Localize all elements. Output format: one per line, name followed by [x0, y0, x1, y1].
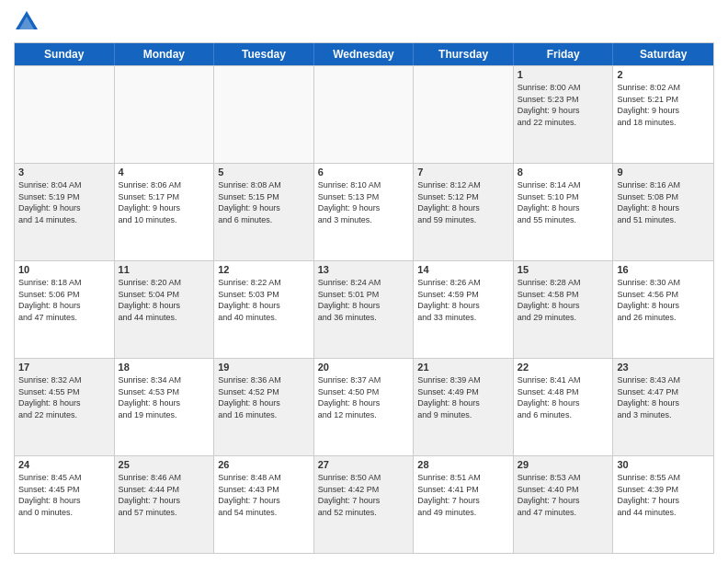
- calendar-cell: 1Sunrise: 8:00 AMSunset: 5:23 PMDaylight…: [514, 66, 614, 163]
- day-number: 13: [318, 264, 410, 275]
- calendar-cell: [314, 66, 415, 163]
- day-number: 7: [417, 167, 509, 178]
- day-number: 4: [119, 167, 210, 178]
- day-info: Sunrise: 8:22 AMSunset: 5:03 PMDaylight:…: [218, 277, 310, 323]
- day-number: 26: [218, 459, 310, 470]
- calendar-cell: 9Sunrise: 8:16 AMSunset: 5:08 PMDaylight…: [613, 164, 713, 260]
- calendar-cell: [214, 66, 314, 163]
- day-info: Sunrise: 8:50 AMSunset: 4:42 PMDaylight:…: [318, 472, 410, 518]
- day-info: Sunrise: 8:14 AMSunset: 5:10 PMDaylight:…: [518, 179, 609, 225]
- day-info: Sunrise: 8:02 AMSunset: 5:21 PMDaylight:…: [617, 82, 710, 128]
- calendar-cell: 20Sunrise: 8:37 AMSunset: 4:50 PMDayligh…: [314, 359, 415, 455]
- calendar-cell: 5Sunrise: 8:08 AMSunset: 5:15 PMDaylight…: [214, 164, 314, 260]
- calendar-cell: 10Sunrise: 8:18 AMSunset: 5:06 PMDayligh…: [15, 261, 115, 358]
- calendar-cell: 14Sunrise: 8:26 AMSunset: 4:59 PMDayligh…: [414, 261, 514, 358]
- day-info: Sunrise: 8:34 AMSunset: 4:53 PMDaylight:…: [119, 374, 210, 420]
- day-number: 25: [119, 459, 210, 470]
- calendar-header-thursday: Thursday: [414, 43, 514, 65]
- calendar-header-tuesday: Tuesday: [214, 43, 314, 65]
- calendar-row-1: 3Sunrise: 8:04 AMSunset: 5:19 PMDaylight…: [15, 163, 713, 260]
- calendar-cell: 8Sunrise: 8:14 AMSunset: 5:10 PMDaylight…: [514, 164, 614, 260]
- day-info: Sunrise: 8:26 AMSunset: 4:59 PMDaylight:…: [417, 277, 509, 323]
- day-number: 28: [417, 459, 509, 470]
- day-info: Sunrise: 8:16 AMSunset: 5:08 PMDaylight:…: [617, 179, 710, 225]
- day-number: 2: [617, 69, 710, 80]
- day-number: 14: [417, 264, 509, 275]
- day-info: Sunrise: 8:39 AMSunset: 4:49 PMDaylight:…: [417, 374, 509, 420]
- day-info: Sunrise: 8:51 AMSunset: 4:41 PMDaylight:…: [417, 472, 509, 518]
- calendar-header-monday: Monday: [115, 43, 215, 65]
- day-number: 23: [617, 362, 710, 373]
- calendar-cell: 13Sunrise: 8:24 AMSunset: 5:01 PMDayligh…: [314, 261, 415, 358]
- day-info: Sunrise: 8:30 AMSunset: 4:56 PMDaylight:…: [617, 277, 710, 323]
- calendar-cell: 27Sunrise: 8:50 AMSunset: 4:42 PMDayligh…: [314, 456, 415, 553]
- header: [14, 9, 714, 35]
- calendar-header-saturday: Saturday: [613, 43, 713, 65]
- calendar-header-sunday: Sunday: [15, 43, 115, 65]
- calendar-cell: 7Sunrise: 8:12 AMSunset: 5:12 PMDaylight…: [414, 164, 514, 260]
- day-info: Sunrise: 8:43 AMSunset: 4:47 PMDaylight:…: [617, 374, 710, 420]
- day-number: 15: [518, 264, 609, 275]
- calendar-cell: 29Sunrise: 8:53 AMSunset: 4:40 PMDayligh…: [514, 456, 614, 553]
- calendar-cell: 26Sunrise: 8:48 AMSunset: 4:43 PMDayligh…: [214, 456, 314, 553]
- day-number: 11: [119, 264, 210, 275]
- day-info: Sunrise: 8:00 AMSunset: 5:23 PMDaylight:…: [518, 82, 609, 128]
- calendar-cell: 16Sunrise: 8:30 AMSunset: 4:56 PMDayligh…: [613, 261, 713, 358]
- day-info: Sunrise: 8:36 AMSunset: 4:52 PMDaylight:…: [218, 374, 310, 420]
- day-number: 8: [518, 167, 609, 178]
- day-info: Sunrise: 8:28 AMSunset: 4:58 PMDaylight:…: [518, 277, 609, 323]
- day-number: 20: [318, 362, 410, 373]
- calendar-row-0: 1Sunrise: 8:00 AMSunset: 5:23 PMDaylight…: [15, 65, 713, 163]
- calendar-header-wednesday: Wednesday: [314, 43, 415, 65]
- calendar-cell: 22Sunrise: 8:41 AMSunset: 4:48 PMDayligh…: [514, 359, 614, 455]
- day-info: Sunrise: 8:55 AMSunset: 4:39 PMDaylight:…: [617, 472, 710, 518]
- day-info: Sunrise: 8:18 AMSunset: 5:06 PMDaylight:…: [18, 277, 110, 323]
- calendar-body: 1Sunrise: 8:00 AMSunset: 5:23 PMDaylight…: [15, 65, 713, 553]
- day-number: 30: [617, 459, 710, 470]
- calendar-cell: 3Sunrise: 8:04 AMSunset: 5:19 PMDaylight…: [15, 164, 115, 260]
- day-info: Sunrise: 8:53 AMSunset: 4:40 PMDaylight:…: [518, 472, 609, 518]
- day-number: 16: [617, 264, 710, 275]
- day-info: Sunrise: 8:32 AMSunset: 4:55 PMDaylight:…: [18, 374, 110, 420]
- day-number: 18: [119, 362, 210, 373]
- calendar-row-3: 17Sunrise: 8:32 AMSunset: 4:55 PMDayligh…: [15, 358, 713, 455]
- calendar-cell: 17Sunrise: 8:32 AMSunset: 4:55 PMDayligh…: [15, 359, 115, 455]
- calendar-cell: 24Sunrise: 8:45 AMSunset: 4:45 PMDayligh…: [15, 456, 115, 553]
- calendar-cell: 11Sunrise: 8:20 AMSunset: 5:04 PMDayligh…: [115, 261, 215, 358]
- day-info: Sunrise: 8:41 AMSunset: 4:48 PMDaylight:…: [518, 374, 609, 420]
- day-number: 5: [218, 167, 310, 178]
- logo: [14, 9, 43, 35]
- day-number: 22: [518, 362, 609, 373]
- calendar: SundayMondayTuesdayWednesdayThursdayFrid…: [14, 42, 714, 554]
- day-number: 1: [518, 69, 609, 80]
- calendar-header-row: SundayMondayTuesdayWednesdayThursdayFrid…: [15, 43, 713, 65]
- day-number: 27: [318, 459, 410, 470]
- day-number: 17: [18, 362, 110, 373]
- calendar-cell: [115, 66, 215, 163]
- day-info: Sunrise: 8:04 AMSunset: 5:19 PMDaylight:…: [18, 179, 110, 225]
- day-info: Sunrise: 8:10 AMSunset: 5:13 PMDaylight:…: [318, 179, 410, 225]
- day-number: 10: [18, 264, 110, 275]
- day-info: Sunrise: 8:46 AMSunset: 4:44 PMDaylight:…: [119, 472, 210, 518]
- day-number: 3: [18, 167, 110, 178]
- day-number: 6: [318, 167, 410, 178]
- calendar-cell: 21Sunrise: 8:39 AMSunset: 4:49 PMDayligh…: [414, 359, 514, 455]
- day-info: Sunrise: 8:37 AMSunset: 4:50 PMDaylight:…: [318, 374, 410, 420]
- calendar-cell: 19Sunrise: 8:36 AMSunset: 4:52 PMDayligh…: [214, 359, 314, 455]
- calendar-cell: 28Sunrise: 8:51 AMSunset: 4:41 PMDayligh…: [414, 456, 514, 553]
- calendar-cell: 25Sunrise: 8:46 AMSunset: 4:44 PMDayligh…: [115, 456, 215, 553]
- calendar-cell: 2Sunrise: 8:02 AMSunset: 5:21 PMDaylight…: [613, 66, 713, 163]
- calendar-cell: 4Sunrise: 8:06 AMSunset: 5:17 PMDaylight…: [115, 164, 215, 260]
- calendar-row-4: 24Sunrise: 8:45 AMSunset: 4:45 PMDayligh…: [15, 455, 713, 553]
- calendar-cell: 23Sunrise: 8:43 AMSunset: 4:47 PMDayligh…: [613, 359, 713, 455]
- calendar-row-2: 10Sunrise: 8:18 AMSunset: 5:06 PMDayligh…: [15, 260, 713, 358]
- calendar-cell: [414, 66, 514, 163]
- page: SundayMondayTuesdayWednesdayThursdayFrid…: [0, 0, 728, 563]
- calendar-cell: 6Sunrise: 8:10 AMSunset: 5:13 PMDaylight…: [314, 164, 415, 260]
- day-info: Sunrise: 8:48 AMSunset: 4:43 PMDaylight:…: [218, 472, 310, 518]
- logo-icon: [14, 9, 40, 35]
- day-info: Sunrise: 8:08 AMSunset: 5:15 PMDaylight:…: [218, 179, 310, 225]
- day-info: Sunrise: 8:20 AMSunset: 5:04 PMDaylight:…: [119, 277, 210, 323]
- calendar-cell: 18Sunrise: 8:34 AMSunset: 4:53 PMDayligh…: [115, 359, 215, 455]
- day-number: 9: [617, 167, 710, 178]
